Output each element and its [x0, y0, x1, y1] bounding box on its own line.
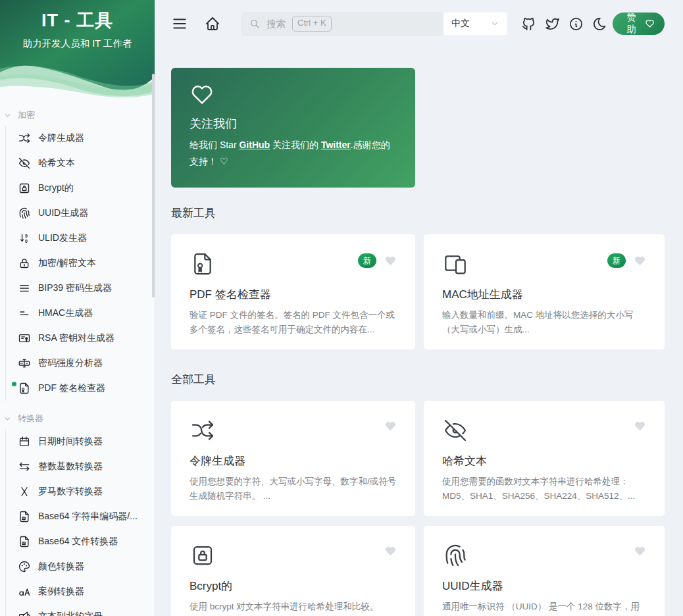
- follow-us-card[interactable]: 关注我们 给我们 Star GitHub 关注我们的 Twitter.感谢您的支…: [171, 68, 415, 188]
- main-area: 搜索 Ctrl + K 中文 赞助 关注我们 给我们 Star GitHub: [155, 0, 683, 616]
- content: 关注我们 给我们 Star GitHub 关注我们的 Twitter.感谢您的支…: [155, 47, 683, 616]
- lines-icon: [18, 282, 31, 295]
- sidebar-scrollbar[interactable]: [152, 74, 155, 297]
- language-select[interactable]: 中文: [443, 13, 507, 35]
- certificate-icon: [18, 332, 31, 345]
- sidebar-item[interactable]: HMAC生成器: [6, 301, 155, 326]
- calendar-icon: [18, 435, 31, 448]
- sidebar: IT - 工具 助力开发人员和 IT 工作者 加密令牌生成器哈希文本Bcrypt…: [0, 0, 155, 616]
- speakerphone-icon: [18, 610, 31, 616]
- tool-card-title: Bcrypt的: [190, 578, 397, 594]
- favorite-heart-icon[interactable]: [384, 255, 397, 267]
- github-link[interactable]: GitHub: [239, 140, 270, 150]
- sidebar-section-label: 加密: [18, 109, 35, 121]
- tool-card[interactable]: 令牌生成器使用您想要的字符、大写或小写字母、数字和/或符号生成随机字符串。 ..…: [171, 401, 415, 516]
- search-icon: [249, 18, 260, 29]
- menu-toggle-button[interactable]: [171, 15, 188, 32]
- favorite-heart-icon[interactable]: [634, 420, 646, 432]
- sidebar-item[interactable]: Bcrypt的: [6, 176, 155, 201]
- lock-square-icon: [190, 542, 216, 569]
- palette-icon: [18, 560, 31, 573]
- tool-card[interactable]: 新PDF 签名检查器验证 PDF 文件的签名。签名的 PDF 文件包含一个或多个…: [171, 234, 415, 349]
- newest-tools-grid: 新PDF 签名检查器验证 PDF 文件的签名。签名的 PDF 文件包含一个或多个…: [171, 234, 665, 349]
- tool-card-title: MAC地址生成器: [442, 287, 646, 302]
- app-subtitle: 助力开发人员和 IT 工作者: [0, 38, 155, 50]
- search-input[interactable]: 搜索 Ctrl + K: [241, 12, 443, 36]
- dark-mode-toggle[interactable]: [592, 16, 607, 32]
- svg-text:01: 01: [22, 542, 26, 545]
- tool-card[interactable]: Bcrypt的使用 bcrypt 对文本字符串进行哈希处理和比较。Bcrypt …: [171, 526, 415, 616]
- twitter-link[interactable]: Twitter: [321, 140, 351, 150]
- tool-card-description: 使用您想要的字符、大写或小写字母、数字和/或符号生成随机字符串。 ...: [190, 475, 397, 503]
- sidebar-item[interactable]: 整数基数转换器: [6, 454, 155, 479]
- sidebar-item[interactable]: 加密/解密文本: [6, 251, 155, 276]
- sidebar-item[interactable]: 密码强度分析器: [6, 351, 155, 376]
- sidebar-item[interactable]: 01Base64 字符串编码器/...: [6, 504, 155, 529]
- github-button[interactable]: [521, 16, 536, 32]
- tool-card[interactable]: 新MAC地址生成器输入数量和前缀。MAC 地址将以您选择的大小写（大写或小写）生…: [424, 234, 665, 349]
- sponsor-label: 赞助: [622, 12, 640, 36]
- chevron-down-icon: [3, 415, 12, 423]
- sidebar-item[interactable]: PDF 签名检查器: [6, 376, 155, 401]
- devices-icon: [442, 251, 468, 277]
- new-badge: 新: [358, 253, 376, 268]
- sidebar-item[interactable]: 令牌生成器: [6, 126, 155, 151]
- sidebar-header: IT - 工具 助力开发人员和 IT 工作者: [0, 0, 155, 99]
- twitter-button[interactable]: [545, 16, 560, 32]
- sidebar-item[interactable]: 90ULID发生器: [6, 226, 155, 251]
- sidebar-item[interactable]: 日期时间转换器: [6, 429, 155, 454]
- sidebar-item[interactable]: 哈希文本: [6, 151, 155, 176]
- all-tools-grid: 令牌生成器使用您想要的字符、大写或小写字母、数字和/或符号生成随机字符串。 ..…: [171, 401, 665, 616]
- sidebar-nav: 加密令牌生成器哈希文本Bcrypt的UUID生成器90ULID发生器加密/解密文…: [0, 99, 155, 616]
- search-placeholder: 搜索: [266, 18, 286, 30]
- shuffle-icon: [18, 132, 31, 145]
- sidebar-item[interactable]: RSA 密钥对生成器: [6, 326, 155, 351]
- sidebar-item[interactable]: UUID生成器: [6, 201, 155, 226]
- section-heading-all: 全部工具: [171, 372, 665, 387]
- sidebar-item[interactable]: 文本到北约字母: [6, 604, 155, 616]
- svg-text:01: 01: [22, 517, 26, 520]
- info-icon: [569, 16, 584, 32]
- sidebar-section-items: 令牌生成器哈希文本Bcrypt的UUID生成器90ULID发生器加密/解密文本B…: [5, 126, 155, 401]
- sidebar-item[interactable]: BIP39 密码生成器: [6, 276, 155, 301]
- sponsor-button[interactable]: 赞助: [613, 13, 665, 35]
- home-icon: [205, 16, 220, 32]
- arrows-transfer-icon: [18, 460, 31, 473]
- sidebar-section-1: 转换器日期时间转换器整数基数转换器罗马数字转换器01Base64 字符串编码器/…: [0, 407, 155, 616]
- fingerprint-icon: [18, 207, 31, 220]
- sidebar-item[interactable]: 案例转换器: [6, 579, 155, 604]
- lock-square-icon: [18, 182, 31, 195]
- favorite-heart-icon[interactable]: [634, 255, 646, 267]
- file-digit-icon: 01: [18, 535, 31, 548]
- tool-card-description: 输入数量和前缀。MAC 地址将以您选择的大小写（大写或小写）生成...: [442, 308, 646, 337]
- twitter-icon: [545, 16, 560, 32]
- tool-card[interactable]: 哈希文本使用您需要的函数对文本字符串进行哈希处理：MD5、SHA1、SHA256…: [424, 401, 665, 516]
- home-button[interactable]: [205, 16, 220, 32]
- favorite-heart-icon[interactable]: [634, 545, 646, 557]
- tool-card[interactable]: UUID生成器通用唯一标识符 （UUID） 是一个 128 位数字，用于识别计算…: [424, 526, 665, 616]
- sidebar-item[interactable]: 颜色转换器: [6, 554, 155, 579]
- tool-card-title: 哈希文本: [442, 453, 646, 469]
- moon-icon: [592, 16, 607, 32]
- lock-icon: [18, 257, 31, 270]
- sidebar-item[interactable]: 罗马数字转换器: [6, 479, 155, 504]
- sidebar-item[interactable]: 01Base64 文件转换器: [6, 529, 155, 554]
- file-digit-icon: 01: [18, 510, 31, 523]
- eye-off-icon: [18, 157, 31, 170]
- language-value: 中文: [451, 18, 470, 30]
- hamburger-menu-icon: [171, 15, 188, 32]
- svg-text:9: 9: [25, 234, 28, 238]
- sidebar-section-0: 加密令牌生成器哈希文本Bcrypt的UUID生成器90ULID发生器加密/解密文…: [0, 104, 155, 401]
- sidebar-section-toggle[interactable]: 加密: [0, 104, 155, 126]
- tool-card-title: UUID生成器: [442, 578, 646, 594]
- about-button[interactable]: [569, 16, 584, 32]
- chevron-down-icon: [490, 19, 499, 28]
- tool-card-description: 使用 bcrypt 对文本字符串进行哈希处理和比较。Bcrypt 是基于 Blo…: [190, 600, 397, 616]
- favorite-heart-icon[interactable]: [384, 420, 397, 432]
- favorite-heart-icon[interactable]: [384, 545, 397, 557]
- short-equals-icon: [18, 307, 31, 320]
- sidebar-section-toggle[interactable]: 转换器: [0, 407, 155, 429]
- shuffle-icon: [190, 417, 216, 444]
- sidebar-section-items: 日期时间转换器整数基数转换器罗马数字转换器01Base64 字符串编码器/...…: [5, 429, 155, 616]
- follow-card-title: 关注我们: [190, 116, 397, 132]
